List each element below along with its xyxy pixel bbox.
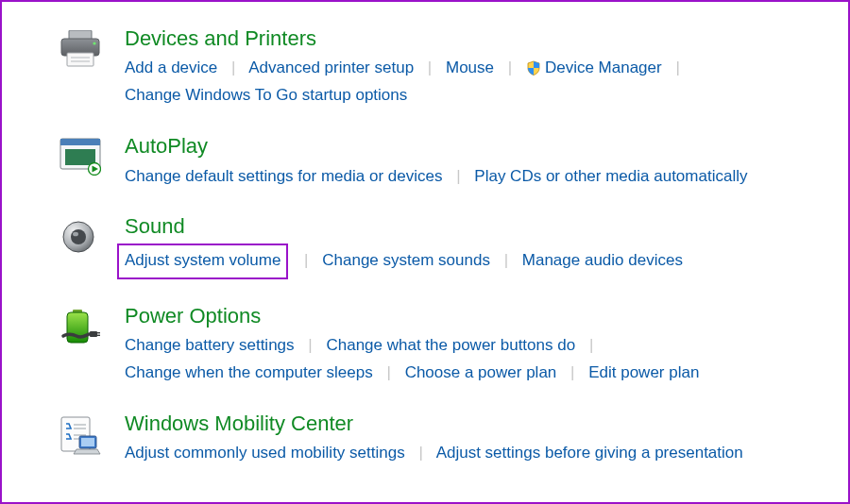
- links-sound: Adjust system volume | Change system sou…: [125, 244, 820, 279]
- svg-rect-16: [97, 332, 100, 333]
- section-sound: Sound Adjust system volume | Change syst…: [57, 214, 820, 278]
- heading-mobility-center[interactable]: Windows Mobility Center: [125, 412, 820, 436]
- autoplay-icon: [57, 134, 104, 176]
- section-devices-and-printers: Devices and Printers Add a device | Adva…: [57, 26, 820, 109]
- link-change-default-media[interactable]: Change default settings for media or dev…: [125, 167, 442, 185]
- printer-icon: [57, 26, 104, 68]
- link-adjust-mobility-settings[interactable]: Adjust commonly used mobility settings: [125, 444, 405, 462]
- section-autoplay: AutoPlay Change default settings for med…: [57, 134, 820, 190]
- svg-rect-7: [60, 139, 100, 145]
- link-presentation-settings[interactable]: Adjust settings before giving a presenta…: [436, 444, 743, 462]
- link-manage-audio-devices[interactable]: Manage audio devices: [522, 251, 683, 269]
- link-play-cds-auto[interactable]: Play CDs or other media automatically: [474, 167, 747, 185]
- link-choose-power-plan[interactable]: Choose a power plan: [405, 363, 557, 381]
- svg-point-2: [93, 42, 95, 44]
- link-mouse[interactable]: Mouse: [446, 59, 494, 76]
- section-mobility-center: Windows Mobility Center Adjust commonly …: [57, 412, 820, 467]
- link-change-windows-to-go[interactable]: Change Windows To Go startup options: [125, 86, 407, 104]
- links-devices-and-printers: Add a device | Advanced printer setup | …: [125, 55, 820, 109]
- heading-power-options[interactable]: Power Options: [125, 304, 820, 328]
- heading-devices-and-printers[interactable]: Devices and Printers: [125, 26, 820, 51]
- links-autoplay: Change default settings for media or dev…: [125, 163, 820, 191]
- svg-rect-8: [65, 149, 95, 165]
- battery-icon: [57, 304, 104, 349]
- control-panel-page: Devices and Printers Add a device | Adva…: [0, 0, 850, 504]
- link-device-manager[interactable]: Device Manager: [526, 59, 667, 76]
- link-computer-sleeps[interactable]: Change when the computer sleeps: [125, 363, 373, 381]
- svg-point-11: [71, 229, 86, 244]
- link-change-battery-settings[interactable]: Change battery settings: [125, 336, 295, 354]
- section-power-options: Power Options Change battery settings | …: [57, 304, 820, 387]
- links-power-options: Change battery settings | Change what th…: [125, 332, 820, 387]
- speaker-icon: [57, 214, 104, 256]
- link-adjust-system-volume[interactable]: Adjust system volume: [125, 251, 280, 269]
- link-add-a-device[interactable]: Add a device: [125, 59, 217, 76]
- link-edit-power-plan[interactable]: Edit power plan: [588, 363, 699, 381]
- highlight-adjust-system-volume: Adjust system volume: [117, 244, 288, 279]
- heading-autoplay[interactable]: AutoPlay: [125, 134, 820, 159]
- svg-rect-24: [81, 438, 94, 446]
- svg-rect-17: [97, 334, 100, 335]
- link-change-system-sounds[interactable]: Change system sounds: [322, 251, 490, 269]
- svg-point-12: [73, 232, 78, 237]
- svg-rect-15: [90, 331, 97, 337]
- svg-rect-3: [67, 53, 94, 66]
- links-mobility-center: Adjust commonly used mobility settings |…: [125, 440, 820, 467]
- mobility-icon: [57, 412, 104, 455]
- heading-sound[interactable]: Sound: [125, 214, 820, 239]
- link-power-buttons[interactable]: Change what the power buttons do: [326, 336, 575, 354]
- link-advanced-printer-setup[interactable]: Advanced printer setup: [248, 59, 414, 76]
- shield-icon: [526, 60, 541, 76]
